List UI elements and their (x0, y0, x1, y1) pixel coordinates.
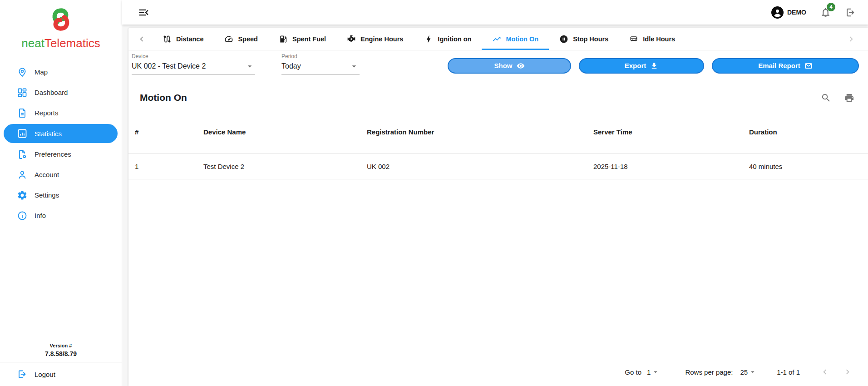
logout-icon (17, 369, 28, 380)
sidebar-item-label: Dashboard (35, 89, 68, 96)
main-area: DEMO 4 Distance Speed (122, 0, 868, 386)
tab-spent-fuel[interactable]: Spent Fuel (268, 28, 336, 50)
version-info: Version # 7.8.58/8.79 (0, 343, 122, 362)
dropdown-caret-icon (651, 368, 660, 376)
column-header: Registration Number (367, 128, 593, 136)
tab-engine-hours[interactable]: Engine Hours (336, 28, 414, 50)
tab-distance[interactable]: Distance (152, 28, 214, 50)
route-icon (163, 35, 172, 44)
sidebar-item-label: Preferences (35, 150, 71, 158)
top-bar: DEMO 4 (122, 0, 868, 25)
download-icon (650, 62, 658, 70)
report-tabs: Distance Speed Spent Fuel Engine Hours I… (128, 28, 868, 50)
device-select[interactable]: Device UK 002 - Test Device 2 (132, 53, 255, 74)
tab-label: Stop Hours (573, 35, 608, 43)
sidebar-item-map[interactable]: Map (0, 62, 122, 82)
sidebar-item-dashboard[interactable]: Dashboard (0, 82, 122, 103)
column-header: Device Name (203, 128, 367, 136)
eye-icon (517, 62, 525, 70)
cell-index: 1 (135, 163, 203, 170)
rows-per-page-select[interactable]: 25 (740, 368, 757, 376)
printer-icon[interactable] (844, 93, 854, 103)
cell-server-time: 2025-11-18 (593, 163, 749, 170)
cell-registration-number: UK 002 (367, 163, 593, 170)
email-report-button[interactable]: Email Report (712, 58, 859, 74)
period-label: Period (281, 53, 360, 59)
tab-ignition-on[interactable]: Ignition on (414, 28, 482, 50)
sidebar-logout[interactable]: Logout (0, 362, 122, 386)
tab-label: Idle Hours (643, 35, 675, 43)
engine-icon (347, 35, 356, 44)
brand-name-part2: Telematics (44, 36, 100, 50)
car-icon (629, 35, 638, 44)
gear-icon (17, 190, 28, 201)
sidebar: neatTelematics Map Dashboard Reports Sta… (0, 0, 122, 386)
dropdown-caret-icon (749, 368, 757, 376)
dropdown-caret-icon (350, 62, 359, 71)
tab-stop-hours[interactable]: Stop Hours (549, 28, 619, 50)
sidebar-item-statistics[interactable]: Statistics (4, 124, 118, 143)
brand-name: neatTelematics (0, 36, 122, 50)
period-select[interactable]: Period Today (281, 53, 360, 74)
sidebar-item-info[interactable]: Info (0, 205, 122, 226)
filter-bar: Device UK 002 - Test Device 2 Period Tod… (128, 50, 868, 81)
column-header: # (135, 128, 203, 136)
tab-motion-on[interactable]: Motion On (482, 28, 549, 50)
table-header: # Device Name Registration Number Server… (128, 110, 868, 153)
goto-page-select[interactable]: 1 (647, 368, 660, 376)
trending-up-icon (492, 35, 501, 44)
next-page-icon[interactable] (843, 367, 853, 377)
show-label: Show (494, 62, 513, 69)
sidebar-item-reports[interactable]: Reports (0, 103, 122, 123)
rows-per-page-value: 25 (740, 368, 748, 376)
preferences-doc-gear-icon (17, 149, 28, 160)
period-value: Today (281, 62, 301, 70)
sidebar-item-label: Reports (35, 109, 59, 117)
search-icon[interactable] (821, 93, 831, 103)
tabs-scroll-right-icon[interactable] (841, 34, 862, 44)
tab-label: Engine Hours (360, 35, 403, 43)
sidebar-nav: Map Dashboard Reports Statistics Prefere… (0, 62, 122, 226)
sidebar-footer: Version # 7.8.58/8.79 Logout (0, 343, 122, 386)
avatar-icon (771, 6, 784, 19)
tab-label: Spent Fuel (292, 35, 326, 43)
page-title: Motion On (140, 92, 187, 103)
sidebar-item-settings[interactable]: Settings (0, 185, 122, 205)
pause-circle-icon (559, 35, 568, 44)
sidebar-item-preferences[interactable]: Preferences (0, 144, 122, 164)
tab-idle-hours[interactable]: Idle Hours (619, 28, 686, 50)
version-value: 7.8.58/8.79 (0, 350, 122, 357)
logout-label: Logout (35, 371, 55, 378)
version-label: Version # (0, 343, 122, 348)
notifications-button[interactable]: 4 (820, 7, 831, 18)
rows-per-page-label: Rows per page: (685, 368, 733, 376)
sidebar-item-label: Map (35, 68, 48, 76)
sidebar-item-account[interactable]: Account (0, 164, 122, 185)
cell-device-name: Test Device 2 (203, 163, 367, 170)
logo-swirl-icon (47, 5, 75, 34)
user-chip[interactable]: DEMO (771, 6, 806, 19)
fuel-pump-icon (279, 35, 288, 44)
show-button[interactable]: Show (448, 58, 571, 74)
previous-page-icon[interactable] (820, 367, 830, 377)
tab-label: Distance (176, 35, 203, 43)
sidebar-item-label: Statistics (35, 130, 62, 138)
brand-name-part1: neat (21, 36, 44, 50)
report-heading: Motion On (128, 81, 868, 110)
brand-logo: neatTelematics (0, 0, 122, 57)
notification-badge: 4 (827, 3, 835, 11)
info-icon (17, 210, 28, 221)
export-label: Export (625, 62, 646, 69)
person-icon (17, 169, 28, 180)
tabs-scroll-left-icon[interactable] (131, 34, 152, 44)
tab-speed[interactable]: Speed (214, 28, 268, 50)
table-row[interactable]: 1 Test Device 2 UK 002 2025-11-18 40 min… (128, 153, 868, 179)
sidebar-item-label: Account (35, 171, 59, 178)
export-button[interactable]: Export (579, 58, 704, 74)
logout-icon[interactable] (845, 7, 856, 18)
device-value: UK 002 - Test Device 2 (132, 62, 206, 70)
envelope-icon (804, 62, 813, 70)
document-icon (17, 108, 28, 119)
menu-open-icon[interactable] (138, 6, 150, 19)
goto-label: Go to (625, 368, 641, 376)
